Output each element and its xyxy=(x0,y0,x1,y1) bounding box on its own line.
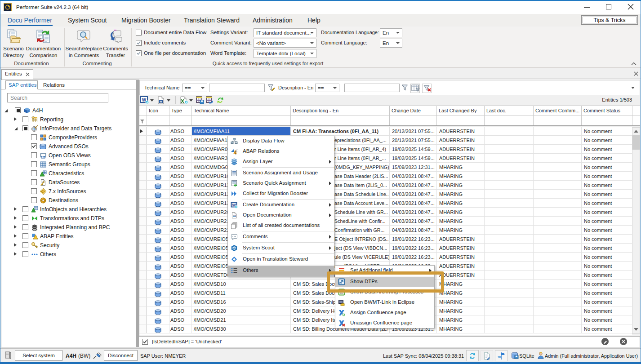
svg-text:w: w xyxy=(233,214,236,217)
svg-text:w: w xyxy=(159,100,162,103)
